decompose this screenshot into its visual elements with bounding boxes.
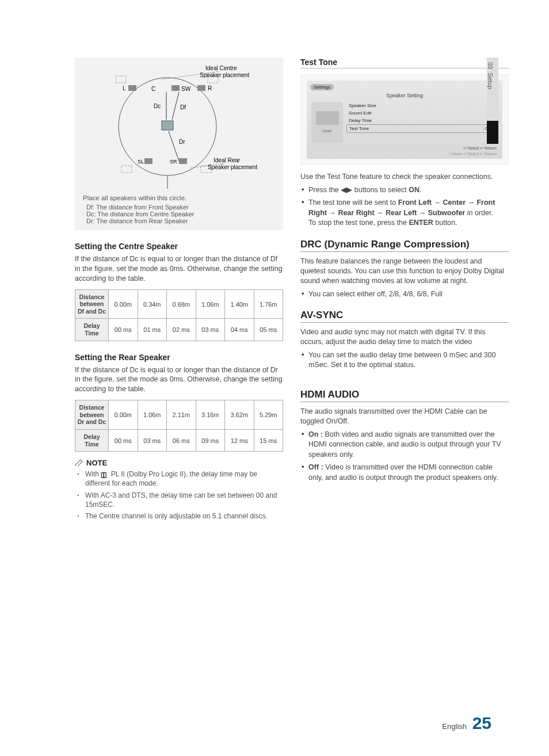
svg-text:C: C <box>151 86 155 92</box>
svg-rect-17 <box>179 158 187 164</box>
osd-row: Delay Time <box>346 117 498 124</box>
centre-dist-label: Distance between Df and Dc <box>75 289 109 319</box>
drc-b1: You can select either off, 2/8, 4/8, 6/8… <box>308 289 509 300</box>
speaker-placement-diagram: L R C SW Dc Df Dr SL SR Ideal Centre Sp <box>93 63 265 190</box>
table-cell: 09 ms <box>196 430 225 452</box>
centre-delay-table: Distance between Df and Dc 0.00m 0.34m 0… <box>75 289 283 341</box>
osd-row: Speaker Size <box>346 102 498 109</box>
diagram-caption: Place all speakers within this circle. <box>83 194 277 201</box>
table-cell: 1.06m <box>138 400 167 430</box>
note-item: With AC-3 and DTS, the delay time can be… <box>85 491 283 509</box>
table-cell: 2.11m <box>167 400 196 430</box>
table-cell: 1.40m <box>225 289 254 319</box>
svg-text:Speaker placement: Speaker placement <box>208 164 257 170</box>
table-cell: 0.00m <box>109 400 138 430</box>
table-cell: 06 ms <box>167 430 196 452</box>
avsync-b1: You can set the audio delay time between… <box>308 350 509 371</box>
svg-rect-15 <box>144 158 152 164</box>
table-cell: 1.76m <box>254 289 283 319</box>
table-cell: 0.34m <box>138 289 167 319</box>
table-cell: 3.62m <box>225 400 254 430</box>
centre-intro: If the distance of Dc is equal to or lon… <box>75 254 283 284</box>
osd-foot1: ⏎ Select ↩ Return <box>309 145 500 151</box>
table-cell: 5.29m <box>254 400 283 430</box>
svg-text:SL: SL <box>138 159 144 165</box>
table-cell: 12 ms <box>225 430 254 452</box>
dolby-icon <box>101 470 109 476</box>
chapter-tab: 03 Setup <box>487 58 498 121</box>
table-cell: 0.68m <box>167 289 196 319</box>
pencil-icon <box>75 459 84 466</box>
osd-left-panel: User <box>311 102 343 143</box>
test-tone-b2: The test tone will be sent to Front Left… <box>308 198 509 228</box>
table-cell: 15 ms <box>254 430 283 452</box>
osd-row: Sound Edit <box>346 109 498 117</box>
table-cell: 00 ms <box>109 430 138 452</box>
svg-rect-2 <box>128 85 136 91</box>
osd-title: Speaker Setting <box>309 91 500 100</box>
footer-lang: English <box>442 722 467 731</box>
hdmi-off: Off : Video is transmitted over the HDMI… <box>308 463 509 483</box>
table-cell: 0.00m <box>109 289 138 319</box>
chapter-num: 03 <box>487 62 494 69</box>
osd-crumb: Settings <box>310 84 334 90</box>
table-cell: 01 ms <box>138 319 167 341</box>
osd-row-selected: Test Tone : On ▸ <box>346 124 498 133</box>
note-label: NOTE <box>86 459 107 467</box>
table-cell: 3.16m <box>196 400 225 430</box>
svg-rect-21 <box>121 166 132 173</box>
speaker-layout-icon <box>316 111 339 125</box>
osd-user-label: User <box>312 128 342 133</box>
svg-text:Df: Df <box>180 104 186 110</box>
test-tone-p1: Use the Test Tone feature to check the s… <box>300 172 509 182</box>
speaker-diagram-box: L R C SW Dc Df Dr SL SR Ideal Centre Sp <box>75 58 283 230</box>
table-cell: 00 ms <box>109 319 138 341</box>
note-list: With PL II (Dolby Pro Logic II), the del… <box>75 469 283 521</box>
hdmi-p1: The audio signals transmitted over the H… <box>300 407 509 426</box>
ideal-centre-label: Ideal Centre <box>205 65 237 71</box>
svg-text:SR: SR <box>170 159 177 165</box>
page-number: 25 <box>472 713 491 732</box>
drc-heading: DRC (Dynamic Range Compression) <box>300 239 509 252</box>
svg-line-13 <box>169 131 179 161</box>
centre-heading: Setting the Centre Speaker <box>75 242 283 251</box>
table-cell: 03 ms <box>196 319 225 341</box>
svg-text:Speaker placement: Speaker placement <box>200 72 249 78</box>
svg-rect-19 <box>116 76 126 83</box>
def-dr: Dr: The distance from Rear Speaker <box>86 217 277 224</box>
note-heading: NOTE <box>75 459 283 467</box>
svg-text:L: L <box>123 85 126 91</box>
table-cell: 04 ms <box>225 319 254 341</box>
hdmi-heading: HDMI AUDIO <box>300 389 509 402</box>
rear-heading: Setting the Rear Speaker <box>75 353 283 362</box>
svg-text:SW: SW <box>181 86 191 92</box>
rear-delay-label: Delay Time <box>75 430 109 452</box>
svg-rect-4 <box>197 85 205 91</box>
rear-dist-label: Distance between Dr and Dc <box>75 400 109 430</box>
hdmi-on: On : Both video and audio signals are tr… <box>308 430 509 460</box>
svg-rect-7 <box>171 85 180 91</box>
svg-line-11 <box>172 92 179 120</box>
def-df: Df: The distance from Front Speaker <box>86 204 277 211</box>
table-cell: 03 ms <box>138 430 167 452</box>
avsync-heading: AV-SYNC <box>300 310 509 323</box>
rear-delay-table: Distance between Dr and Dc 0.00m 1.06m 2… <box>75 400 283 452</box>
svg-text:Dc: Dc <box>154 103 161 109</box>
rear-intro: If the distance of Dc is equal to or lon… <box>75 365 283 395</box>
avsync-p1: Video and audio sync may not match with … <box>300 327 509 347</box>
chapter-tab-active <box>487 121 498 144</box>
note-item: With PL II (Dolby Pro Logic II), the del… <box>85 469 283 488</box>
def-dc: Dc: The distance from Centre Speaker <box>86 211 277 217</box>
ideal-rear-label: Ideal Rear <box>214 157 241 163</box>
svg-text:Dr: Dr <box>179 139 185 145</box>
table-cell: 05 ms <box>254 319 283 341</box>
osd-foot2: ↕ Move ⏎ Select ↩ Return <box>309 151 500 156</box>
test-tone-heading: Test Tone <box>300 58 509 68</box>
page-footer: English 25 <box>442 713 491 733</box>
table-cell: 02 ms <box>167 319 196 341</box>
test-tone-b1: Press the ◀▶ buttons to select ON. <box>308 185 509 196</box>
centre-delay-label: Delay Time <box>75 319 109 341</box>
table-cell: 1.06m <box>196 289 225 319</box>
svg-rect-1 <box>162 121 173 130</box>
osd-screenshot: Settings Speaker Setting User Speaker Si… <box>300 74 509 165</box>
